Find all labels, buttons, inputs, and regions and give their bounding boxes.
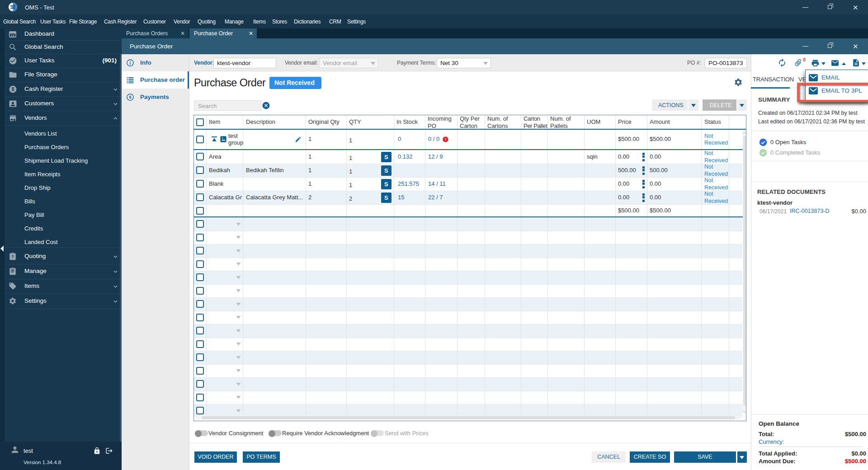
svg-text:$: $ bbox=[129, 94, 132, 99]
svg-text:$: $ bbox=[11, 86, 14, 92]
svg-text:?: ? bbox=[11, 254, 14, 259]
